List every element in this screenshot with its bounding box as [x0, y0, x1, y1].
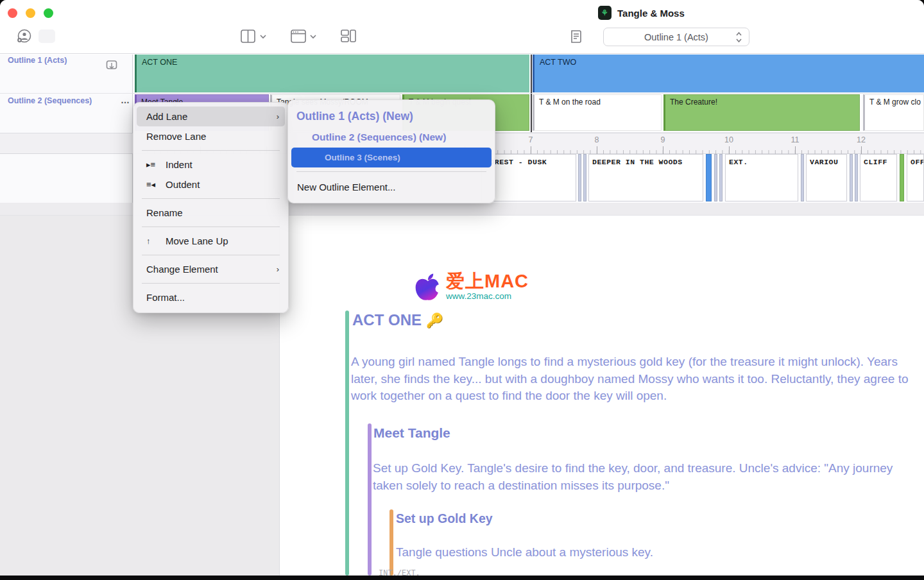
act-block[interactable]: ACT ONE: [135, 55, 529, 92]
menu-item-label: Format...: [146, 292, 185, 303]
act-color-bar: [345, 311, 349, 576]
watermark: 爱上MAC www.23mac.com: [414, 272, 529, 303]
split-view-chevron-icon[interactable]: [259, 34, 267, 39]
zoom-window-button[interactable]: [44, 8, 53, 18]
ruler-number: 7: [529, 135, 533, 144]
sequence-block[interactable]: T & M grow clo: [863, 94, 924, 131]
scene-card[interactable]: DEEPER IN THE WOODS: [588, 154, 703, 201]
arrow-up-icon: ↑: [146, 236, 166, 246]
sequence-color-bar: [368, 423, 372, 576]
sequence-synopsis[interactable]: Set up Gold Key. Tangle's desire to find…: [373, 460, 922, 494]
ruler-number: 12: [857, 135, 866, 144]
add-lane-submenu: Outline 1 (Acts) (New)Outline 2 (Sequenc…: [287, 99, 495, 203]
clipped-next-line: INT./EXT.: [379, 569, 420, 576]
menu-item-label: Rename: [146, 207, 183, 218]
scene-divider-bar[interactable]: [801, 154, 804, 201]
scene-divider-bar[interactable]: [719, 154, 723, 201]
ruler-number: 10: [724, 135, 733, 144]
ruler-number: 11: [791, 135, 800, 144]
submenu-item-new-outline-element[interactable]: New Outline Element...: [288, 176, 495, 198]
menu-item-remove-lane[interactable]: Remove Lane: [133, 126, 288, 146]
menu-item-change-element[interactable]: Change Element›: [133, 259, 288, 279]
ruler-number: 9: [661, 135, 665, 144]
separator-line: [142, 226, 280, 227]
act-synopsis[interactable]: A young girl named Tangle longs to find …: [351, 354, 914, 405]
menu-item-move-lane-up[interactable]: ↑Move Lane Up: [133, 231, 288, 251]
indent-icon: ▸≡: [146, 160, 166, 169]
key-emoji: 🔑: [426, 312, 443, 328]
menu-item-format[interactable]: Format...: [133, 287, 288, 307]
submenu-item-outline-3[interactable]: Outline 3 (Scenes): [291, 148, 492, 167]
menu-item-add-lane[interactable]: Add Lane›: [137, 107, 285, 126]
playhead-marker-icon[interactable]: [105, 59, 118, 72]
separator-line: [142, 150, 280, 151]
ruler-number: 8: [595, 135, 599, 144]
outline-selector-value: Outline 1 (Acts): [644, 32, 708, 42]
split-view-icon[interactable]: [240, 29, 256, 44]
menu-item-rename[interactable]: Rename: [133, 203, 288, 223]
scene-divider-bar[interactable]: [855, 154, 858, 201]
menu-item-label: Move Lane Up: [166, 235, 228, 246]
menu-item-label: Remove Lane: [146, 131, 206, 142]
note-icon[interactable]: [569, 29, 583, 44]
scene-divider-bar[interactable]: [900, 154, 904, 201]
act-block[interactable]: ACT TWO: [533, 55, 924, 92]
submenu-item-outline-1[interactable]: Outline 1 (Acts) (New): [288, 105, 495, 127]
menu-item-label: Change Element: [146, 264, 218, 275]
scene-card[interactable]: EXT.: [725, 154, 798, 201]
scene-divider-bar[interactable]: [850, 154, 853, 201]
scene-card[interactable]: VARIOU: [806, 154, 847, 201]
menu-separator: [133, 194, 288, 203]
menu-separator: [133, 146, 288, 155]
submenu-item-outline-2[interactable]: Outline 2 (Sequences) (New): [288, 127, 495, 148]
menu-item-label: Indent: [166, 159, 193, 170]
watermark-url: www.23mac.com: [446, 292, 529, 301]
separator-line: [142, 255, 280, 255]
menu-separator: [133, 279, 288, 287]
document-app-icon: ⚘: [598, 6, 612, 20]
menu-item-label: Outdent: [166, 179, 200, 190]
add-character-icon[interactable]: [15, 28, 33, 46]
layout-icon[interactable]: [340, 28, 357, 44]
menu-item-outdent[interactable]: ≡◂Outdent: [133, 175, 288, 194]
scene-card[interactable]: OFF: [907, 154, 924, 201]
close-window-button[interactable]: [8, 8, 17, 18]
submenu-chevron-icon: ›: [277, 264, 279, 274]
menu-separator: [133, 223, 288, 231]
scene-divider-bar[interactable]: [706, 154, 712, 201]
outdent-icon: ≡◂: [146, 180, 166, 189]
submenu-chevron-icon: ›: [277, 112, 279, 121]
act-heading[interactable]: ACT ONE 🔑: [352, 311, 443, 329]
titlebar: ⚘ Tangle & Moss: [0, 0, 924, 54]
app-window: ⚘ Tangle & Moss: [0, 0, 924, 576]
lane1-label[interactable]: Outline 1 (Acts): [8, 56, 67, 65]
window-title: Tangle & Moss: [617, 8, 685, 19]
outline-lane-1: ACT ONEACT TWO: [0, 55, 924, 92]
submenu-separator: [288, 167, 495, 176]
sequence-block[interactable]: The Creature!: [663, 94, 860, 131]
lane-context-menu: Add Lane›Remove Lane▸≡Indent≡◂OutdentRen…: [133, 102, 289, 313]
sequence-block[interactable]: T & M on the road: [533, 94, 662, 131]
lane2-label[interactable]: Outline 2 (Sequences): [8, 96, 92, 105]
scene-card[interactable]: FOREST - DUSK: [481, 154, 576, 201]
window-mode-chevron-icon[interactable]: [309, 34, 317, 39]
updown-chevron-icon: [735, 31, 742, 44]
scene-divider-bar[interactable]: [578, 154, 581, 201]
scene-divider-bar[interactable]: [583, 154, 586, 201]
window-mode-icon[interactable]: [290, 29, 307, 44]
menu-separator: [133, 251, 288, 259]
minimize-window-button[interactable]: [26, 8, 35, 18]
scene-divider-bar[interactable]: [714, 154, 717, 201]
outline-selector-dropdown[interactable]: Outline 1 (Acts): [603, 28, 749, 46]
menu-item-indent[interactable]: ▸≡Indent: [133, 155, 288, 175]
apple-logo-watermark: [414, 272, 441, 303]
separator-line: [142, 283, 280, 284]
menu-item-label: Add Lane: [146, 111, 187, 122]
lane2-more-button[interactable]: …: [121, 95, 130, 105]
scene-synopsis[interactable]: Tangle questions Uncle about a mysteriou…: [396, 545, 922, 559]
scene-card[interactable]: CLIFF: [860, 154, 897, 201]
sequence-heading[interactable]: Meet Tangle: [373, 425, 450, 441]
disabled-toolbar-button: [38, 30, 55, 43]
scene-heading[interactable]: Set up Gold Key: [396, 511, 493, 526]
scene-color-bar: [389, 509, 393, 576]
